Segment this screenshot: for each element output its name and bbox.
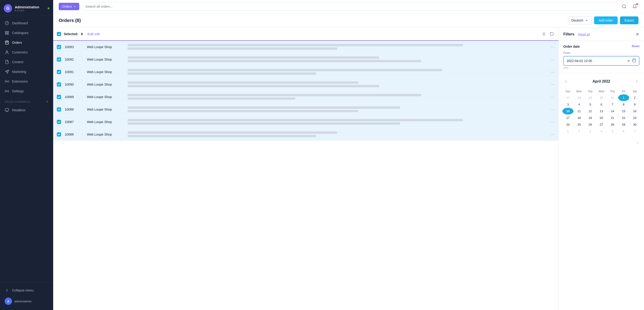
row-checkbox[interactable] [57,132,61,137]
close-icon[interactable]: ✕ [636,32,640,37]
calendar-day[interactable]: 16 [629,108,640,115]
row-checkbox[interactable] [57,120,61,124]
sidebar-item-headless[interactable]: Headless [0,105,53,115]
calendar-day[interactable]: 13 [596,108,607,115]
search-input[interactable] [82,2,618,11]
orders-dropdown-button[interactable]: Orders [59,3,79,10]
export-button[interactable]: Export [620,17,638,24]
user-row[interactable]: A admin/admin [0,295,53,307]
table-row: 10092 Web Loupe Shop ⋯ [53,53,558,66]
shop-name: Web Loupe Shop [87,133,124,136]
row-checkbox[interactable] [57,45,61,49]
calendar-day[interactable]: 27 [562,94,574,101]
calendar-day[interactable]: 5 [584,101,596,108]
row-actions-button[interactable]: ⋯ [550,82,555,87]
select-all-checkbox[interactable] [57,32,61,36]
calendar-prev-button[interactable]: ‹ [563,78,568,85]
calendar-day[interactable]: 1 [618,94,629,101]
calendar-day[interactable]: 31 [607,94,618,101]
search-icon-btn[interactable] [620,3,628,10]
sidebar-item-orders[interactable]: Orders [0,38,53,48]
sidebar-item-content[interactable]: Content [0,57,53,67]
calendar-day[interactable]: 27 [596,121,607,128]
calendar-day[interactable]: 3 [584,128,596,135]
row-checkbox[interactable] [57,57,61,62]
sidebar-item-catalogues[interactable]: Catalogues [0,28,53,38]
calendar-day[interactable]: 8 [618,101,629,108]
row-checkbox[interactable] [57,95,61,99]
calendar-next-button[interactable]: › [634,78,640,85]
sidebar-item-collapse[interactable]: Collapse menu [0,285,53,295]
calendar-day[interactable]: 11 [574,108,584,115]
calendar-day[interactable]: 29 [618,121,629,128]
calendar-day[interactable]: 20 [596,115,607,121]
calendar-day[interactable]: 22 [618,115,629,121]
calendar-day[interactable]: 5 [607,128,618,135]
filter-reset-all-link[interactable]: Reset all [578,33,590,36]
sidebar-item-settings[interactable]: Settings [0,86,53,96]
selected-label: Selected: [64,32,78,36]
calendar-day[interactable]: 24 [562,121,574,128]
placeholder-bar-1 [128,57,379,59]
sidebar-item-customers[interactable]: Customers [0,48,53,57]
sidebar-item-dashboard[interactable]: Dashboard [0,18,53,28]
calendar-day[interactable]: 26 [584,121,596,128]
placeholder-bar-2 [128,85,379,87]
calendar-day[interactable]: 21 [607,115,618,121]
row-actions-button[interactable]: ⋯ [550,119,555,124]
calendar-day[interactable]: 2 [629,94,640,101]
calendar-day[interactable]: 7 [607,101,618,108]
reset-button[interactable] [549,31,555,37]
bulk-edit-link[interactable]: Bulk edit [88,32,100,36]
calendar-day[interactable]: 28 [607,121,618,128]
calendar-day[interactable]: 23 [629,115,640,121]
calendar-day[interactable]: 30 [629,121,640,128]
bell-icon-btn[interactable] [631,3,638,10]
row-actions-button[interactable]: ⋯ [550,94,555,100]
calendar-icon[interactable] [632,58,636,63]
calendar-day[interactable]: 12 [584,108,596,115]
language-dropdown[interactable]: Deutsch [568,17,592,24]
calendar-day[interactable]: 14 [607,108,618,115]
page-title: Orders (8) [59,18,81,23]
order-number: 10093 [65,45,83,49]
calendar-day[interactable]: 6 [596,101,607,108]
row-actions-button[interactable]: ⋯ [550,57,555,62]
calendar-day[interactable]: 4 [596,128,607,135]
calendar-day[interactable]: 29 [584,94,596,101]
calendar-day[interactable]: 17 [562,115,574,121]
calendar-day[interactable]: 4 [574,101,584,108]
calendar-day[interactable]: 15 [618,108,629,115]
calendar-day[interactable]: 18 [574,115,584,121]
row-actions-button[interactable]: ⋯ [550,107,555,112]
calendar-day[interactable]: 6 [618,128,629,135]
row-checkbox[interactable] [57,82,61,87]
calendar-day[interactable]: 10 [562,108,574,115]
row-actions-button[interactable]: ⋯ [550,69,555,75]
calendar-day[interactable]: 28 [574,94,584,101]
calendar-day[interactable]: 30 [596,94,607,101]
calendar-day[interactable]: 25 [574,121,584,128]
calendar-day[interactable]: 2 [574,128,584,135]
sidebar-item-extensions[interactable]: Extensions [0,77,53,86]
selected-count: 8 [81,32,83,36]
collapse-label: Collapse menu [12,288,34,292]
add-sales-channel-icon[interactable]: + [46,100,48,104]
sidebar-item-marketing[interactable]: Marketing [0,67,53,77]
row-actions-button[interactable]: ⋯ [550,132,555,137]
add-order-button[interactable]: Add order [594,17,618,24]
row-actions-button[interactable]: ⋯ [550,45,555,50]
row-checkbox[interactable] [57,70,61,74]
calendar-day[interactable]: 19 [584,115,596,121]
order-date-reset-link[interactable]: Reset [632,45,640,48]
date-input-value[interactable]: 2022-04-01 12:00 [566,59,625,63]
calendar-day[interactable]: 1 [562,128,574,135]
calendar-day[interactable]: 7 [629,128,640,135]
calendar-day[interactable]: 3 [562,101,574,108]
order-data-placeholder [128,81,547,87]
calendar-day[interactable]: 9 [629,101,640,108]
row-checkbox[interactable] [57,107,61,112]
orders-dropdown-label: Orders [62,5,72,8]
date-clear-icon[interactable]: ✕ [627,59,630,63]
list-view-button[interactable] [540,31,546,37]
